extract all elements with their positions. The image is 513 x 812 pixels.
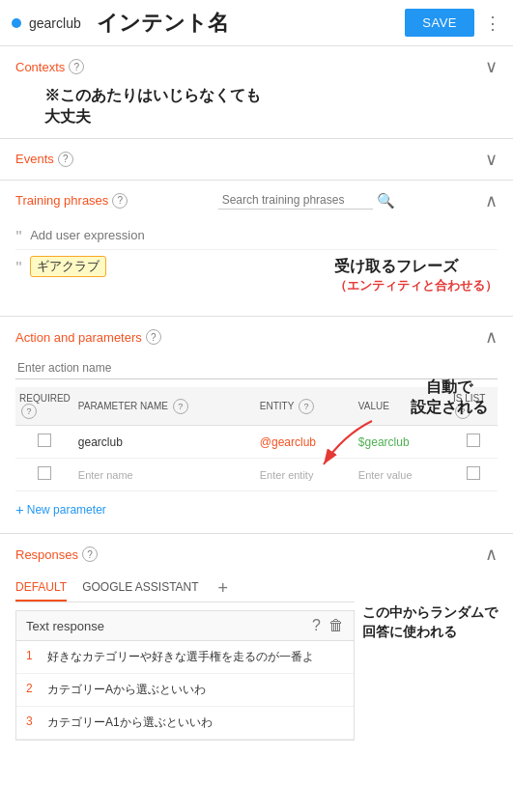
more-icon[interactable]: ⋮ [484,13,501,34]
value-cell-1: $gearclub [355,426,449,459]
params-table-header: REQUIRED ? PARAMETER NAME ? ENTITY ? VAL… [15,387,498,426]
text-response-delete-icon[interactable]: 🗑 [328,617,344,634]
training-phrases-section: Training phrases ? 🔍 ∧ " " ギアクラブ 受け取るフレー… [0,181,513,318]
col-parameter-name: PARAMETER NAME ? [74,387,256,426]
text-response-help-icon[interactable]: ? [312,617,321,634]
events-header-left: Events ? [15,152,73,167]
contexts-header[interactable]: Contexts ? ∨ [15,56,498,77]
tab-default[interactable]: DEFAULT [15,574,67,602]
response-num-1: 1 [26,649,38,662]
contexts-title: Contexts [15,60,65,74]
table-row: Enter name Enter entity Enter value [15,459,498,491]
training-chevron[interactable]: ∧ [485,190,498,211]
param-name-cell-2: Enter name [74,459,256,491]
table-row: gearclub @gearclub $gearclub [15,426,498,459]
responses-title: Responses [15,547,78,562]
search-icon: 🔍 [377,192,395,210]
value-cell-2: Enter value [355,459,449,491]
params-table-container: 自動で 設定される REQUIRED ? PARAMETER NAME ? EN… [15,387,498,491]
responses-section: Responses ? ∧ DEFAULT GOOGLE ASSISTANT +… [0,534,513,756]
events-title: Events [15,152,54,166]
phrase-quote-icon-2: " [15,258,22,274]
responses-chevron[interactable]: ∧ [485,544,498,565]
save-button[interactable]: SAVE [405,9,474,37]
col-value: VALUE [355,387,449,426]
tab-google-assistant[interactable]: GOOGLE ASSISTANT [82,574,198,602]
training-phrases-help-icon[interactable]: ? [112,193,128,209]
events-chevron[interactable]: ∨ [485,149,498,170]
action-parameters-section: Action and parameters ? ∧ 自動で 設定される REQU… [0,317,513,534]
entity-cell-1: @gearclub [256,426,355,459]
phrase-input-1[interactable] [30,228,498,242]
entity-help-icon[interactable]: ? [299,399,314,414]
response-text-1: 好きなカテゴリーや好きな選手権を走るのが一番よ [47,649,314,665]
phrase-row-empty: " [15,221,498,250]
entity-cell-2: Enter entity [256,459,355,491]
header: gearclub インテント名 SAVE ⋮ [0,0,513,46]
text-response-label: Text response [26,619,104,633]
responses-tabs-and-list: DEFAULT GOOGLE ASSISTANT + Text response… [15,574,355,741]
param-name-help-icon[interactable]: ? [173,399,188,414]
params-table: REQUIRED ? PARAMETER NAME ? ENTITY ? VAL… [15,387,498,491]
responses-header: Responses ? ∧ [15,544,498,565]
phrase-tag: ギアクラブ [30,256,106,277]
events-section: Events ? ∨ [0,139,513,181]
response-text-3: カテゴリーA1から選ぶといいわ [47,714,213,731]
is-list-checkbox-1[interactable] [467,434,480,447]
entity-link-1[interactable]: @gearclub [260,435,316,449]
new-param-label: New parameter [27,503,106,517]
training-phrases-title: Training phrases [15,193,108,208]
tab-add-icon[interactable]: + [218,579,229,597]
response-list: 1 好きなカテゴリーや好きな選手権を走るのが一番よ 2 カテゴリーAから選ぶとい… [15,641,355,741]
text-response-icons: ? 🗑 [312,617,344,634]
text-response-header: Text response ? 🗑 [15,610,355,641]
responses-content: DEFAULT GOOGLE ASSISTANT + Text response… [15,574,498,741]
list-item: 1 好きなカテゴリーや好きな選手権を走るのが一番よ [16,641,354,674]
contexts-help-icon[interactable]: ? [69,59,84,74]
required-checkbox-1[interactable] [38,434,51,447]
is-list-help-icon[interactable]: ? [455,404,470,419]
annotation-text-1: ※このあたりはいじらなくても 大丈夫 [44,85,261,128]
action-name-input[interactable] [15,357,498,379]
param-name-cell-1: gearclub [74,426,256,459]
app-name: gearclub [29,15,81,31]
response-num-3: 3 [26,714,38,728]
phrase-annotation: 受け取るフレーズ （エンティティと合わせる） [334,256,498,295]
params-table-body: gearclub @gearclub $gearclub Enter name … [15,426,498,491]
required-help-icon[interactable]: ? [21,404,37,419]
training-phrases-header: Training phrases ? 🔍 ∧ [15,190,498,211]
new-param-link[interactable]: + New parameter [15,501,106,518]
events-help-icon[interactable]: ? [58,152,73,167]
phrase-row-tag: " ギアクラブ 受け取るフレーズ （エンティティと合わせる） [15,250,498,301]
col-required: REQUIRED ? [15,387,74,426]
action-help-icon[interactable]: ? [146,329,161,345]
action-header: Action and parameters ? ∧ [15,326,498,348]
action-name-container [15,357,498,387]
random-annotation: この中からランダムで 回答に使われる [362,574,498,641]
list-item: 3 カテゴリーA1から選ぶといいわ [16,707,354,740]
new-param-plus-icon: + [15,501,24,518]
events-header[interactable]: Events ? ∨ [15,149,498,170]
required-checkbox-2[interactable] [38,466,51,480]
col-entity: ENTITY ? [256,387,355,426]
responses-tabs: DEFAULT GOOGLE ASSISTANT + [15,574,355,602]
phrase-quote-icon-1: " [15,227,22,243]
contexts-header-left: Contexts ? [15,59,84,74]
intent-title[interactable]: インテント名 [97,9,406,38]
is-list-checkbox-2[interactable] [467,466,480,480]
col-is-list: IS LIST ? [449,387,498,426]
app-dot-icon [12,18,21,28]
responses-help-icon[interactable]: ? [82,546,98,562]
contexts-chevron[interactable]: ∨ [485,56,498,77]
list-item: 2 カテゴリーAから選ぶといいわ [16,674,354,707]
annotation-box-1: ※このあたりはいじらなくても 大丈夫 [15,77,498,128]
training-search-container: 🔍 [218,191,395,210]
contexts-section: Contexts ? ∨ ※このあたりはいじらなくても 大丈夫 [0,46,513,139]
action-chevron[interactable]: ∧ [485,326,498,348]
action-title: Action and parameters [15,330,142,345]
search-input[interactable] [218,191,373,210]
response-num-2: 2 [26,682,38,695]
response-text-2: カテゴリーAから選ぶといいわ [47,682,206,698]
